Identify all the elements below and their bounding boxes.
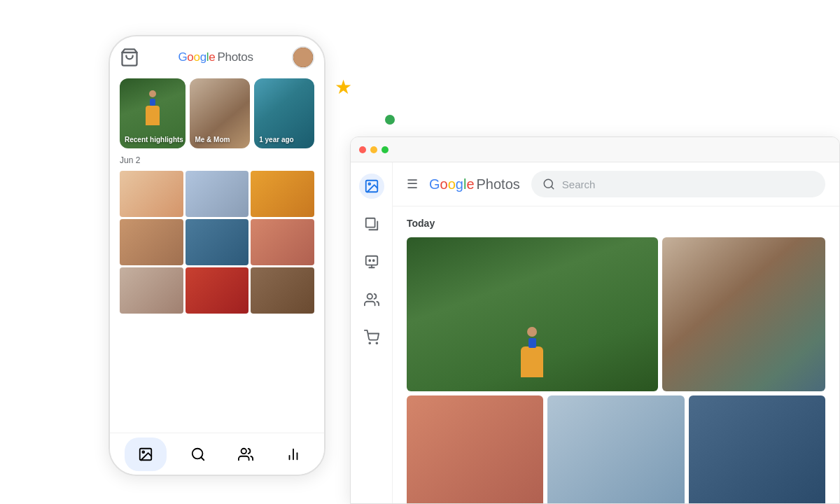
assistant-sidebar-icon xyxy=(364,254,379,270)
svg-point-16 xyxy=(372,260,374,261)
grid-photo-3[interactable] xyxy=(251,171,314,217)
grid-photo-1[interactable] xyxy=(120,171,183,217)
green-dot xyxy=(385,115,395,125)
search-icon xyxy=(542,178,555,190)
grid-photo-4[interactable] xyxy=(120,219,183,265)
nav-search[interactable] xyxy=(182,442,214,466)
photo-small-1[interactable] xyxy=(407,396,543,503)
sidebar-shop[interactable] xyxy=(359,325,384,350)
highlights-strip: Recent highlights Me & Mom 1 year ago xyxy=(120,78,314,148)
highlight-label-recent: Recent highlights xyxy=(125,136,183,144)
svg-rect-12 xyxy=(365,256,377,265)
photo-grid-row2 xyxy=(120,219,314,265)
highlight-label-mom: Me & Mom xyxy=(195,136,230,144)
highlight-card-recent[interactable]: Recent highlights xyxy=(120,78,186,148)
search-bar[interactable]: Search xyxy=(531,171,825,197)
grid-photo-5[interactable] xyxy=(186,219,249,265)
browser-main: ☰ Google Photos Search Today xyxy=(393,162,839,503)
browser-maximize-dot[interactable] xyxy=(382,146,388,153)
phone-bottom-nav xyxy=(110,433,324,475)
photos-area: Today xyxy=(393,206,839,503)
svg-point-18 xyxy=(369,342,370,344)
photo-grid-row3 xyxy=(120,267,314,314)
shop-sidebar-icon xyxy=(364,330,379,345)
section-date: Today xyxy=(407,218,825,229)
search-icon xyxy=(190,447,206,462)
phone-header: Google Photos xyxy=(120,46,314,69)
people-icon xyxy=(238,447,253,462)
sidebar-sharing[interactable] xyxy=(359,287,384,312)
photo-small-2[interactable] xyxy=(547,396,684,503)
sidebar-albums[interactable] xyxy=(359,211,384,237)
photos-icon xyxy=(138,447,153,462)
photo-small-3[interactable] xyxy=(689,396,825,503)
grid-photo-2[interactable] xyxy=(186,171,249,217)
svg-point-2 xyxy=(142,451,144,453)
avatar[interactable] xyxy=(292,46,314,69)
browser-close-dot[interactable] xyxy=(359,146,366,153)
nav-photos[interactable] xyxy=(125,438,167,471)
sharing-sidebar-icon xyxy=(364,292,379,307)
browser-logo: Google Photos xyxy=(429,176,520,192)
svg-point-19 xyxy=(376,342,377,344)
highlight-card-mom[interactable]: Me & Mom xyxy=(190,78,250,148)
svg-rect-11 xyxy=(365,218,374,227)
grid-photo-8[interactable] xyxy=(186,267,249,314)
star-icon: ★ xyxy=(335,76,352,99)
phone-mockup: Google Photos xyxy=(108,35,326,476)
grid-photo-7[interactable] xyxy=(120,267,183,314)
svg-point-5 xyxy=(241,448,246,453)
bar-chart-icon xyxy=(286,447,301,462)
phone-logo: Google Photos xyxy=(178,50,253,64)
browser-minimize-dot[interactable] xyxy=(370,146,377,153)
highlight-label-year: 1 year ago xyxy=(259,136,293,144)
browser-mockup: ☰ Google Photos Search Today xyxy=(350,136,840,504)
photo-row-large xyxy=(407,237,825,391)
nav-sharing[interactable] xyxy=(230,442,262,466)
date-label: Jun 2 xyxy=(120,155,314,165)
sidebar-assistant[interactable] xyxy=(359,249,384,274)
svg-point-17 xyxy=(367,294,372,299)
search-placeholder: Search xyxy=(562,178,596,190)
photo-row-small xyxy=(407,396,825,503)
bag-icon[interactable] xyxy=(120,48,139,67)
grid-photo-6[interactable] xyxy=(251,219,314,265)
grid-photo-9[interactable] xyxy=(251,267,314,314)
forest-figure xyxy=(146,106,160,128)
forest-figure-desktop xyxy=(521,346,543,377)
photos-sidebar-icon xyxy=(364,178,379,194)
svg-point-15 xyxy=(369,260,370,261)
highlight-card-year[interactable]: 1 year ago xyxy=(254,78,314,148)
nav-library[interactable] xyxy=(277,442,309,466)
browser-topbar xyxy=(351,137,839,162)
photo-forest[interactable] xyxy=(407,237,658,391)
browser-header: ☰ Google Photos Search xyxy=(393,162,839,206)
svg-line-4 xyxy=(201,457,204,460)
hamburger-icon[interactable]: ☰ xyxy=(407,176,418,192)
svg-line-21 xyxy=(551,186,553,188)
photo-grid-row1 xyxy=(120,171,314,217)
browser-sidebar xyxy=(351,162,393,503)
svg-point-10 xyxy=(368,183,370,185)
sidebar-photos[interactable] xyxy=(359,174,384,199)
albums-sidebar-icon xyxy=(364,216,379,232)
photo-family[interactable] xyxy=(662,237,825,391)
